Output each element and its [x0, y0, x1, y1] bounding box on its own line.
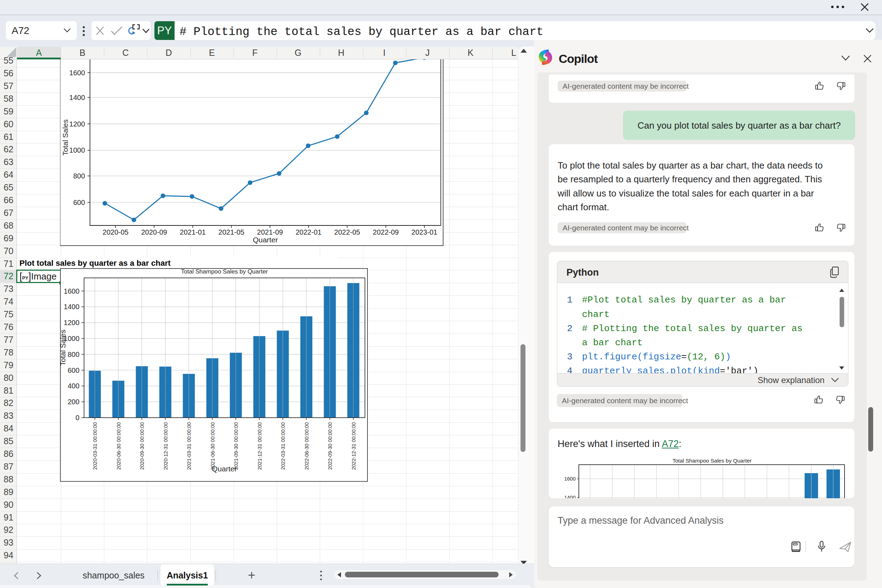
- svg-text:1600: 1600: [64, 287, 80, 295]
- svg-text:2021-12-31 00:00:00: 2021-12-31 00:00:00: [257, 422, 262, 470]
- svg-text:2022-12-31 00:00:00: 2022-12-31 00:00:00: [351, 422, 357, 470]
- svg-text:1200: 1200: [64, 319, 80, 327]
- svg-text:2020-09: 2020-09: [141, 228, 167, 236]
- svg-text:2021-06-30 00:00:00: 2021-06-30 00:00:00: [210, 422, 216, 470]
- svg-text:2021-05: 2021-05: [218, 228, 244, 236]
- svg-text:2022-09: 2022-09: [373, 228, 399, 236]
- svg-text:800: 800: [68, 351, 79, 358]
- svg-text:800: 800: [73, 172, 85, 180]
- svg-text:2022-06-30 00:00:00: 2022-06-30 00:00:00: [304, 422, 309, 470]
- svg-text:2022-09-30 00:00:00: 2022-09-30 00:00:00: [327, 422, 333, 470]
- svg-text:2022-05: 2022-05: [334, 228, 360, 236]
- svg-text:2021-03-31 00:00:00: 2021-03-31 00:00:00: [186, 422, 192, 470]
- svg-text:2022-01: 2022-01: [296, 228, 321, 236]
- svg-text:1200: 1200: [69, 120, 85, 128]
- svg-text:2021-09-30 00:00:00: 2021-09-30 00:00:00: [233, 422, 239, 470]
- svg-text:400: 400: [68, 382, 79, 390]
- svg-text:2022-03-31 00:00:00: 2022-03-31 00:00:00: [280, 422, 286, 470]
- svg-text:1600: 1600: [69, 69, 85, 76]
- svg-text:Quarter: Quarter: [212, 465, 237, 473]
- svg-text:Total Shampoo Sales by Quarter: Total Shampoo Sales by Quarter: [181, 268, 268, 275]
- svg-text:2021-01: 2021-01: [180, 228, 206, 236]
- svg-text:Quarter: Quarter: [253, 236, 278, 244]
- svg-text:Total Shampoo Sales by Quarter: Total Shampoo Sales by Quarter: [672, 458, 752, 464]
- svg-text:2020-03-31 00:00:00: 2020-03-31 00:00:00: [92, 422, 98, 470]
- svg-text:200: 200: [68, 398, 79, 406]
- svg-text:1600: 1600: [564, 476, 576, 482]
- svg-text:2023-01: 2023-01: [411, 228, 437, 236]
- svg-text:600: 600: [68, 366, 79, 374]
- svg-text:1400: 1400: [564, 495, 576, 498]
- svg-text:2020-09-30 00:00:00: 2020-09-30 00:00:00: [139, 422, 145, 470]
- svg-text:2020-12-31 00:00:00: 2020-12-31 00:00:00: [163, 422, 168, 470]
- svg-text:1000: 1000: [69, 146, 85, 154]
- svg-text:1400: 1400: [64, 303, 80, 311]
- svg-text:Total Sales: Total Sales: [60, 330, 67, 366]
- svg-text:600: 600: [73, 199, 85, 206]
- svg-text:Total Sales: Total Sales: [61, 119, 69, 156]
- svg-text:2021-09: 2021-09: [257, 228, 283, 236]
- svg-text:2020-06-30 00:00:00: 2020-06-30 00:00:00: [116, 422, 122, 470]
- svg-text:0: 0: [76, 414, 80, 422]
- svg-text:2020-05: 2020-05: [102, 228, 128, 236]
- svg-text:1400: 1400: [69, 94, 85, 101]
